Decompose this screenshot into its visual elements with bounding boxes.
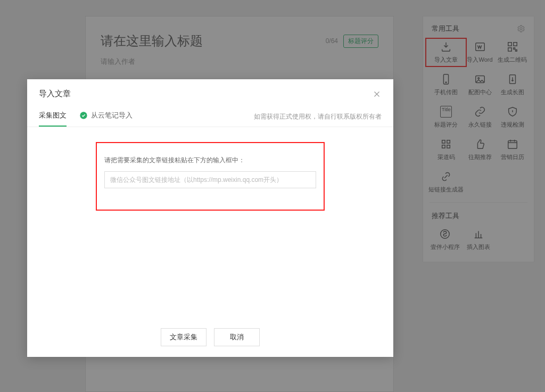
check-circle-icon xyxy=(79,111,88,120)
collect-button[interactable]: 文章采集 xyxy=(161,328,207,346)
tab-import-note[interactable]: 从云笔记导入 xyxy=(79,106,133,127)
import-article-modal: 导入文章 采集图文 从云笔记导入 如需获得正式使用权，请自行联系版权所有者 请把… xyxy=(27,79,393,357)
collect-label: 请把需要采集的文章链接粘贴在下方的输入框中： xyxy=(104,156,316,165)
collect-url-input[interactable] xyxy=(104,171,316,188)
svg-point-18 xyxy=(80,112,87,119)
modal-title: 导入文章 xyxy=(39,89,71,99)
close-icon[interactable] xyxy=(372,89,382,99)
modal-overlay: 导入文章 采集图文 从云笔记导入 如需获得正式使用权，请自行联系版权所有者 请把… xyxy=(0,0,545,392)
collect-highlight-box: 请把需要采集的文章链接粘贴在下方的输入框中： xyxy=(96,142,325,211)
tab-collect[interactable]: 采集图文 xyxy=(39,106,67,127)
modal-rights-hint: 如需获得正式使用权，请自行联系版权所有者 xyxy=(254,112,382,127)
cancel-button[interactable]: 取消 xyxy=(214,328,260,346)
